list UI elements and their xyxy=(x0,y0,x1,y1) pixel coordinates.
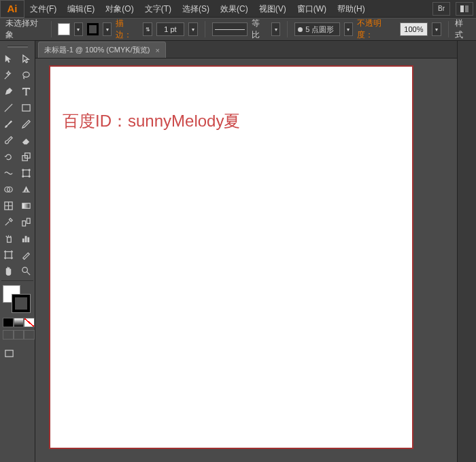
canvas-text: 百度ID：sunnyMelody夏 xyxy=(63,110,240,132)
menu-help[interactable]: 帮助(H) xyxy=(332,0,371,18)
svg-rect-6 xyxy=(23,169,29,176)
stroke-dropdown[interactable]: ▾ xyxy=(103,22,112,36)
brush-profile[interactable]: 5 点圆形 xyxy=(294,22,340,36)
color-mode-button[interactable] xyxy=(3,318,14,327)
hand-tool[interactable] xyxy=(0,263,18,279)
none-mode-button[interactable] xyxy=(24,318,35,327)
bridge-button[interactable]: Br xyxy=(432,2,450,16)
close-tab-icon[interactable]: × xyxy=(155,46,159,54)
symbol-sprayer-tool[interactable] xyxy=(0,230,18,246)
menu-effect[interactable]: 效果(C) xyxy=(215,0,254,18)
canvas-area[interactable]: 百度ID：sunnyMelody夏 xyxy=(35,59,457,462)
svg-point-10 xyxy=(29,176,30,177)
fill-swatch[interactable] xyxy=(58,23,69,35)
stroke-weight-input[interactable]: 1 pt xyxy=(156,22,185,36)
style-label: 样式 xyxy=(455,18,471,41)
fill-stroke-control[interactable] xyxy=(0,284,35,318)
uniform-label: 等比 xyxy=(252,18,267,41)
svg-rect-17 xyxy=(7,237,12,242)
type-tool[interactable] xyxy=(18,83,35,99)
menu-object[interactable]: 对象(O) xyxy=(100,0,139,18)
pen-tool[interactable] xyxy=(0,83,18,99)
artboard[interactable]: 百度ID：sunnyMelody夏 xyxy=(49,65,413,449)
svg-point-22 xyxy=(22,267,28,272)
menu-bar: Ai 文件(F) 编辑(E) 对象(O) 文字(T) 选择(S) 效果(C) 视… xyxy=(0,0,476,18)
draw-inside-button[interactable] xyxy=(24,330,35,340)
svg-rect-23 xyxy=(5,350,12,356)
selection-status: 未选择对象 xyxy=(5,18,44,41)
rotate-tool[interactable] xyxy=(0,148,18,165)
fill-dropdown[interactable]: ▾ xyxy=(74,22,83,36)
menu-type[interactable]: 文字(T) xyxy=(139,0,177,18)
opacity-label: 不透明度： xyxy=(357,18,396,41)
mesh-tool[interactable] xyxy=(0,197,18,214)
blend-tool[interactable] xyxy=(18,214,35,230)
collapsed-panels[interactable] xyxy=(457,41,476,462)
opacity-input[interactable]: 100% xyxy=(400,22,428,36)
free-transform-tool[interactable] xyxy=(18,165,35,181)
zoom-tool[interactable] xyxy=(18,263,35,279)
rectangle-tool[interactable] xyxy=(18,99,35,116)
svg-rect-14 xyxy=(22,203,30,208)
stroke-style-dropdown[interactable]: ▾ xyxy=(271,22,280,36)
menu-edit[interactable]: 编辑(E) xyxy=(62,0,100,18)
lasso-tool[interactable] xyxy=(18,67,35,83)
svg-rect-19 xyxy=(24,235,27,242)
slice-tool[interactable] xyxy=(18,246,35,263)
app-logo: Ai xyxy=(0,0,24,18)
arrange-documents-button[interactable] xyxy=(456,2,473,16)
artboard-tool[interactable] xyxy=(0,246,18,263)
direct-selection-tool[interactable] xyxy=(18,50,35,67)
gradient-mode-button[interactable] xyxy=(14,318,24,327)
eraser-tool[interactable] xyxy=(18,132,35,148)
menu-window[interactable]: 窗口(W) xyxy=(292,0,332,18)
draw-behind-button[interactable] xyxy=(14,330,24,340)
magic-wand-tool[interactable] xyxy=(0,67,18,83)
stroke-weight-stepper[interactable]: ⇅ xyxy=(143,22,152,36)
selection-tool[interactable] xyxy=(0,50,18,67)
svg-rect-21 xyxy=(5,251,12,257)
panel-grip[interactable] xyxy=(0,44,35,49)
column-graph-tool[interactable] xyxy=(18,230,35,246)
arrange-icon xyxy=(460,5,469,13)
document-tab[interactable]: 未标题-1 @ 100% (CMYK/预览) × xyxy=(38,42,166,58)
svg-rect-0 xyxy=(460,5,464,12)
stroke-color-box[interactable] xyxy=(12,295,30,312)
draw-normal-button[interactable] xyxy=(3,330,14,340)
shape-builder-tool[interactable] xyxy=(0,181,18,197)
screen-mode-button[interactable] xyxy=(0,345,18,361)
svg-rect-15 xyxy=(22,220,26,226)
line-tool[interactable] xyxy=(0,99,18,116)
blob-brush-tool[interactable] xyxy=(0,132,18,148)
stroke-weight-dropdown[interactable]: ▾ xyxy=(188,22,197,36)
document-tab-title: 未标题-1 @ 100% (CMYK/预览) xyxy=(44,45,150,55)
paintbrush-tool[interactable] xyxy=(0,116,18,132)
svg-rect-16 xyxy=(27,218,30,223)
document-tabs: 未标题-1 @ 100% (CMYK/预览) × xyxy=(35,41,457,59)
pencil-tool[interactable] xyxy=(18,116,35,132)
svg-rect-1 xyxy=(465,5,469,12)
svg-point-9 xyxy=(22,176,24,177)
stroke-style-preview[interactable] xyxy=(212,22,248,36)
brush-profile-dropdown[interactable]: ▾ xyxy=(344,22,353,36)
svg-rect-20 xyxy=(27,237,29,242)
svg-point-8 xyxy=(29,169,30,170)
perspective-grid-tool[interactable] xyxy=(18,181,35,197)
menu-select[interactable]: 选择(S) xyxy=(177,0,215,18)
eyedropper-tool[interactable] xyxy=(0,214,18,230)
stroke-swatch[interactable] xyxy=(87,23,99,35)
options-bar: 未选择对象 ▾ ▾ 描边： ⇅ 1 pt ▾ 等比 ▾ 5 点圆形 ▾ 不透明度… xyxy=(0,18,476,41)
svg-rect-3 xyxy=(22,104,30,110)
scale-tool[interactable] xyxy=(18,148,35,165)
stroke-label: 描边： xyxy=(116,18,139,41)
svg-rect-18 xyxy=(22,238,24,242)
menu-file[interactable]: 文件(F) xyxy=(24,0,62,18)
menu-view[interactable]: 视图(V) xyxy=(254,0,292,18)
svg-point-7 xyxy=(22,169,24,170)
workspace: 未标题-1 @ 100% (CMYK/预览) × 百度ID：sunnyMelod… xyxy=(35,41,457,462)
gradient-tool[interactable] xyxy=(18,197,35,214)
opacity-dropdown[interactable]: ▾ xyxy=(432,22,441,36)
dot-icon xyxy=(298,27,303,32)
width-tool[interactable] xyxy=(0,165,18,181)
tools-panel xyxy=(0,41,35,462)
